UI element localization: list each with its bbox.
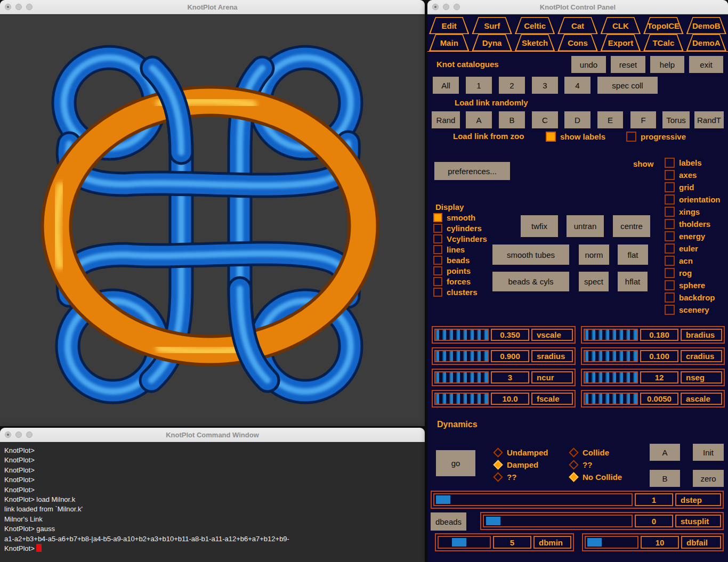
close-button[interactable] [5, 431, 11, 438]
euler-checkbox[interactable] [665, 243, 675, 254]
centre-button[interactable]: centre [613, 215, 650, 237]
rog-checkbox[interactable] [665, 268, 675, 278]
tab-tcalc[interactable]: TCalc [643, 34, 683, 51]
minimize-button[interactable] [15, 4, 22, 10]
reset-button[interactable]: reset [611, 56, 645, 73]
dstep-slider-thumb[interactable] [436, 495, 450, 504]
acn-checkbox[interactable] [665, 256, 675, 266]
collide-radio[interactable] [569, 447, 578, 457]
hflat-button[interactable]: hflat [618, 272, 648, 291]
minimize-button[interactable] [15, 431, 22, 438]
dbeads-button[interactable]: dbeads [431, 512, 466, 531]
sphere-checkbox[interactable] [665, 280, 675, 290]
no-collide-radio[interactable] [569, 472, 578, 482]
twfix-button[interactable]: twfix [521, 215, 558, 237]
untran-button[interactable]: untran [567, 215, 604, 237]
bradius-thumbwheel[interactable] [584, 329, 638, 341]
axes-checkbox[interactable] [665, 170, 675, 180]
rand-e-button[interactable]: E [597, 111, 623, 128]
dbfail-slider-thumb[interactable] [587, 538, 602, 547]
catalogue-all-button[interactable]: All [433, 77, 459, 94]
tholders-checkbox[interactable] [665, 219, 675, 229]
tab-cat[interactable]: Cat [557, 17, 597, 34]
tab-cons[interactable]: Cons [557, 34, 597, 51]
vcylinders-checkbox[interactable] [433, 234, 442, 243]
rand-c-button[interactable]: C [532, 111, 558, 128]
catalogue-2-button[interactable]: 2 [499, 77, 525, 94]
close-button[interactable] [432, 4, 439, 10]
spec-coll-button[interactable]: spec coll [597, 77, 658, 94]
show-labels-checkbox[interactable] [546, 132, 556, 142]
beads-cyls-button[interactable]: beads & cyls [492, 272, 569, 291]
rand-b-button[interactable]: B [499, 111, 525, 128]
fscale-thumbwheel[interactable] [434, 393, 489, 405]
scenery-checkbox[interactable] [665, 305, 675, 315]
forces-checkbox[interactable] [433, 277, 442, 286]
dstep-slider[interactable] [433, 493, 633, 506]
dbfail-slider[interactable] [585, 536, 638, 549]
norm-button[interactable]: norm [579, 245, 609, 265]
tab-clk[interactable]: CLK [601, 17, 641, 34]
terminal-output[interactable]: KnotPlot>KnotPlot>KnotPlot>KnotPlot>Knot… [0, 443, 425, 562]
tab-main[interactable]: Main [429, 34, 469, 51]
vscale-thumbwheel[interactable] [434, 329, 489, 341]
tab-demob[interactable]: DemoB [686, 17, 726, 34]
undo-button[interactable]: undo [571, 56, 606, 73]
progressive-checkbox[interactable] [626, 132, 636, 142]
orientation-checkbox[interactable] [665, 194, 675, 205]
stusplit-slider-thumb[interactable] [486, 517, 500, 525]
damping-unknown-radio[interactable] [493, 472, 503, 482]
zoom-button[interactable] [26, 4, 33, 10]
cradius-thumbwheel[interactable] [584, 350, 638, 362]
randt-button[interactable]: RandT [694, 111, 724, 128]
dbmin-slider-thumb[interactable] [452, 538, 466, 547]
catalogue-1-button[interactable]: 1 [466, 77, 492, 94]
tab-surf[interactable]: Surf [472, 17, 512, 34]
undamped-radio[interactable] [493, 447, 503, 457]
lines-checkbox[interactable] [433, 245, 442, 254]
close-button[interactable] [5, 4, 11, 10]
terminal-cursor[interactable] [36, 544, 42, 552]
torus-button[interactable]: Torus [662, 111, 690, 128]
tab-topoice[interactable]: TopoICE [643, 17, 683, 34]
init-button[interactable]: Init [693, 444, 724, 461]
preferences-button[interactable]: preferences... [434, 162, 510, 180]
spect-button[interactable]: spect [579, 272, 609, 291]
ascale-thumbwheel[interactable] [584, 393, 638, 405]
zero-button[interactable]: zero [693, 470, 724, 487]
dbmin-slider[interactable] [438, 536, 491, 549]
minimize-button[interactable] [443, 4, 449, 10]
smooth-tubes-button[interactable]: smooth tubes [492, 245, 569, 265]
collide-unknown-radio[interactable] [569, 460, 578, 469]
rand-button[interactable]: Rand [432, 111, 460, 128]
grid-checkbox[interactable] [665, 182, 675, 192]
rand-d-button[interactable]: D [564, 111, 591, 128]
energy-checkbox[interactable] [665, 231, 675, 241]
flat-button[interactable]: flat [618, 245, 648, 265]
tab-dyna[interactable]: Dyna [472, 34, 512, 51]
labels-checkbox[interactable] [665, 158, 675, 168]
tab-edit[interactable]: Edit [429, 17, 469, 34]
rand-f-button[interactable]: F [630, 111, 656, 128]
ncur-thumbwheel[interactable] [434, 371, 489, 384]
smooth-checkbox[interactable] [433, 213, 442, 222]
tab-sketch[interactable]: Sketch [515, 34, 555, 51]
points-checkbox[interactable] [433, 266, 442, 275]
zoom-button[interactable] [454, 4, 460, 10]
dynamics-a-button[interactable]: A [650, 444, 680, 461]
catalogue-4-button[interactable]: 4 [564, 77, 591, 94]
xings-checkbox[interactable] [665, 207, 675, 217]
tab-celtic[interactable]: Celtic [515, 17, 555, 34]
tab-demoa[interactable]: DemoA [686, 34, 726, 51]
beads-checkbox[interactable] [433, 256, 442, 265]
rand-a-button[interactable]: A [466, 111, 492, 128]
damped-radio[interactable] [493, 460, 503, 469]
exit-button[interactable]: exit [689, 56, 723, 73]
nseg-thumbwheel[interactable] [584, 371, 638, 384]
help-button[interactable]: help [650, 56, 684, 73]
tab-export[interactable]: Export [601, 34, 641, 51]
dynamics-b-button[interactable]: B [650, 470, 680, 487]
go-button[interactable]: go [436, 450, 475, 476]
clusters-checkbox[interactable] [433, 288, 442, 297]
backdrop-checkbox[interactable] [665, 292, 675, 303]
